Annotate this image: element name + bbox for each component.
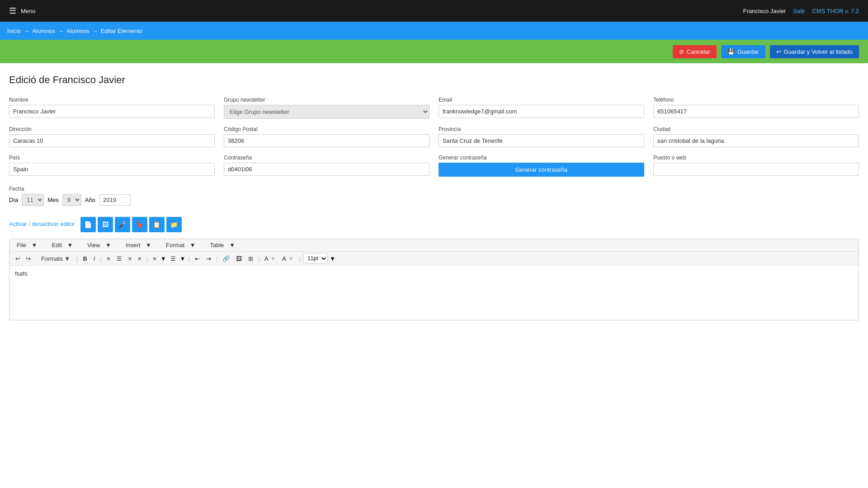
- fecha-group: Fecha Día 11 Mes 9 Año: [9, 186, 859, 206]
- activate-editor-link[interactable]: Activar / desactivar editor: [9, 221, 75, 227]
- version-label: CMS THOR v. 7.2: [812, 8, 859, 14]
- cancel-button[interactable]: ⊘ Cancelar: [673, 45, 717, 58]
- page-title: Edició de Francisco Javier: [9, 74, 859, 86]
- image-button[interactable]: 🖼: [234, 254, 244, 263]
- telefono-input[interactable]: [653, 105, 859, 118]
- media-button[interactable]: ⊞: [246, 254, 255, 263]
- formats-dropdown[interactable]: Formats ▼: [38, 254, 74, 263]
- puesto-input[interactable]: [653, 163, 859, 176]
- editor-format-bar: ↩ ↪ Formats ▼ | B I | ≡ ☰ ≡ ≡ | ≡ ▼ ☰ ▼: [9, 252, 859, 266]
- highlight-arrow: ▼: [288, 255, 294, 262]
- ciudad-input[interactable]: [653, 134, 859, 147]
- grupo-select[interactable]: Elige Grupo newsletter: [224, 105, 429, 119]
- unordered-list-button[interactable]: ≡: [151, 254, 159, 263]
- format-arrow: ▼: [188, 241, 198, 249]
- hamburger-icon[interactable]: ☰: [9, 6, 16, 16]
- highlight-icon: A: [282, 255, 286, 262]
- undo-redo-group: ↩ ↪: [13, 254, 33, 263]
- menu-format[interactable]: Format ▼: [162, 241, 199, 249]
- editor-icon-3[interactable]: 🎤: [115, 217, 130, 232]
- save-back-button[interactable]: ↩ Guardar y Volver al listado: [770, 45, 859, 58]
- generar-button[interactable]: Generar contraseña: [439, 163, 644, 177]
- mes-select[interactable]: 9: [62, 194, 81, 206]
- ciudad-group: Ciudad: [653, 126, 859, 147]
- provincia-input[interactable]: [439, 134, 644, 147]
- menu-insert[interactable]: Insert ▼: [122, 241, 155, 249]
- font-size-arrow[interactable]: ▼: [330, 255, 335, 262]
- align-right-button[interactable]: ≡: [126, 254, 134, 263]
- menu-file[interactable]: File ▼: [13, 241, 41, 249]
- ordered-list-button[interactable]: ☰: [168, 254, 178, 263]
- editor-icon-5[interactable]: 📋: [149, 217, 165, 232]
- direccion-input[interactable]: [9, 134, 215, 147]
- editor-icon-6[interactable]: 📁: [166, 217, 182, 232]
- codigo-label: Código Postal: [224, 126, 429, 132]
- font-color-button[interactable]: A ▼: [263, 254, 279, 263]
- redo-button[interactable]: ↪: [24, 254, 33, 263]
- direccion-group: Dirección: [9, 126, 215, 147]
- email-input[interactable]: [439, 105, 644, 118]
- breadcrumb-alumnos-1[interactable]: Alumnos: [32, 28, 55, 34]
- año-label: Año: [85, 197, 95, 203]
- nombre-input[interactable]: [9, 105, 215, 118]
- divider-3: |: [146, 255, 148, 262]
- contrasena-input[interactable]: [224, 163, 429, 176]
- pais-group: País: [9, 155, 215, 177]
- pais-input[interactable]: [9, 163, 215, 176]
- salir-link[interactable]: Salir: [793, 8, 805, 14]
- main-content: Edició de Francisco Javier Nombre Grupo …: [0, 63, 868, 488]
- editor-icon-2[interactable]: 🖼: [98, 217, 113, 232]
- highlight-color-button[interactable]: A ▼: [280, 254, 297, 263]
- provincia-label: Provincia: [439, 126, 644, 132]
- generar-group: Generar contraseña Generar contraseña: [439, 155, 644, 177]
- email-group: Email: [439, 97, 644, 119]
- edit-arrow: ▼: [65, 241, 75, 249]
- pais-label: País: [9, 155, 215, 161]
- editor-menu-bar: File ▼ Edit ▼ View ▼ Insert ▼ Format ▼: [9, 239, 859, 252]
- top-navigation: ☰ Menu Francisco Javier Salir CMS THOR v…: [0, 0, 868, 22]
- editor-section: Activar / desactivar editor 📄 🖼 🎤 🔖 📋 📁 …: [9, 217, 859, 320]
- breadcrumb-alumnos-2[interactable]: Alumnos: [66, 28, 90, 34]
- menu-view[interactable]: View ▼: [84, 241, 114, 249]
- direccion-label: Dirección: [9, 126, 215, 132]
- bold-button[interactable]: B: [81, 254, 90, 263]
- link-button[interactable]: 🔗: [220, 254, 232, 263]
- dia-select[interactable]: 11: [22, 194, 44, 206]
- user-section: Francisco Javier Salir CMS THOR v. 7.2: [743, 8, 859, 14]
- dia-label: Día: [9, 197, 18, 203]
- divider-7: |: [299, 255, 301, 262]
- editor-icon-1[interactable]: 📄: [80, 217, 96, 232]
- menu-edit[interactable]: Edit ▼: [48, 241, 76, 249]
- align-left-button[interactable]: ≡: [104, 254, 113, 263]
- save-icon: 💾: [727, 48, 735, 55]
- breadcrumb-arrow-1: →: [24, 28, 29, 34]
- indent-button[interactable]: ⇥: [204, 254, 213, 263]
- form-grid: Nombre Grupo newsletter Elige Grupo news…: [9, 97, 859, 177]
- list-arrow[interactable]: ▼: [160, 255, 166, 262]
- ordered-list-arrow[interactable]: ▼: [180, 255, 186, 262]
- breadcrumb-inicio[interactable]: Inicio: [7, 28, 21, 34]
- view-arrow: ▼: [104, 241, 113, 249]
- generar-label: Generar contraseña: [439, 155, 644, 161]
- font-color-icon: A: [264, 255, 269, 262]
- font-size-select[interactable]: 11pt: [303, 253, 328, 263]
- save-button[interactable]: 💾 Guardar: [721, 45, 765, 58]
- divider-2: |: [100, 255, 102, 262]
- menu-label: Menu: [21, 8, 36, 14]
- italic-button[interactable]: I: [91, 254, 98, 263]
- editor-content-area[interactable]: fsafs: [9, 266, 859, 320]
- codigo-input[interactable]: [224, 134, 429, 147]
- codigo-group: Código Postal: [224, 126, 429, 147]
- nombre-label: Nombre: [9, 97, 215, 103]
- align-justify-button[interactable]: ≡: [136, 254, 144, 263]
- editor-icon-4[interactable]: 🔖: [132, 217, 147, 232]
- save-back-icon: ↩: [776, 48, 781, 55]
- año-input[interactable]: [99, 194, 131, 206]
- divider-6: |: [258, 255, 259, 262]
- file-arrow: ▼: [30, 241, 39, 249]
- menu-section: ☰ Menu: [9, 6, 36, 16]
- align-center-button[interactable]: ☰: [114, 254, 124, 263]
- menu-table[interactable]: Table ▼: [207, 241, 239, 249]
- outdent-button[interactable]: ⇤: [193, 254, 202, 263]
- undo-button[interactable]: ↩: [13, 254, 23, 263]
